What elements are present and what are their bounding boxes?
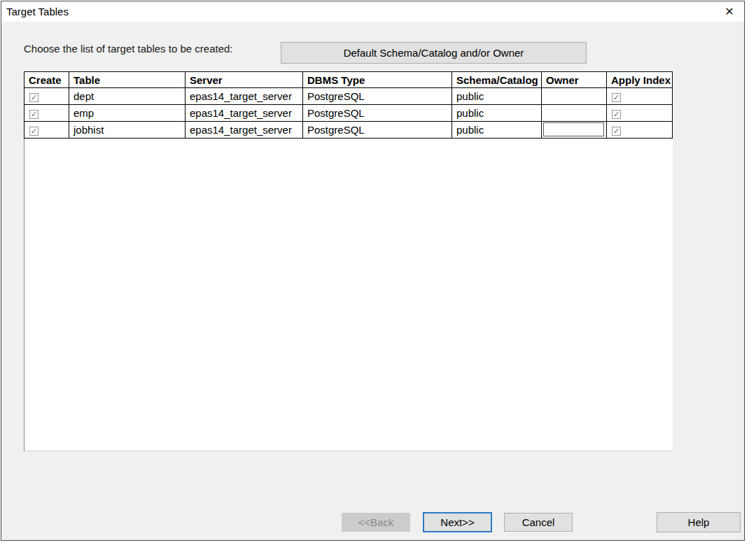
check-icon: ✓ xyxy=(613,109,620,120)
column-header-server: Server xyxy=(186,72,303,88)
schema-catalog-cell[interactable]: public xyxy=(452,88,542,105)
apply-index-checkbox-checked[interactable]: ✓ xyxy=(612,110,621,119)
back-button[interactable]: <<Back xyxy=(342,513,410,532)
create-checkbox-checked[interactable]: ✓ xyxy=(29,110,38,119)
dbms-type-cell[interactable]: PostgreSQL xyxy=(303,122,452,139)
apply-index-checkbox-cell[interactable]: ✓ xyxy=(607,105,673,122)
titlebar: Target Tables ✕ xyxy=(1,1,744,22)
column-header-dbms-type: DBMS Type xyxy=(303,72,452,88)
owner-cell[interactable] xyxy=(542,88,607,105)
target-tables-grid: Create Table Server DBMS Type Schema/Cat… xyxy=(24,71,673,139)
apply-index-checkbox-checked[interactable]: ✓ xyxy=(612,93,621,102)
check-icon: ✓ xyxy=(613,126,620,136)
check-icon: ✓ xyxy=(31,126,37,136)
owner-editor-input[interactable] xyxy=(543,122,604,136)
cancel-button[interactable]: Cancel xyxy=(504,513,573,532)
server-cell[interactable]: epas14_target_server xyxy=(186,122,303,139)
dbms-type-cell[interactable]: PostgreSQL xyxy=(303,105,452,122)
close-icon[interactable]: ✕ xyxy=(720,3,738,21)
apply-index-checkbox-checked[interactable]: ✓ xyxy=(612,127,621,136)
dbms-type-cell[interactable]: PostgreSQL xyxy=(303,88,452,105)
next-button[interactable]: Next>> xyxy=(423,512,492,532)
apply-index-checkbox-cell[interactable]: ✓ xyxy=(607,88,673,105)
check-icon: ✓ xyxy=(31,92,37,103)
table-name-cell[interactable]: jobhist xyxy=(69,122,186,139)
table-row-jobhist: ✓ jobhist epas14_target_server PostgreSQ… xyxy=(24,122,673,139)
create-checkbox-checked[interactable]: ✓ xyxy=(29,127,38,136)
schema-catalog-cell[interactable]: public xyxy=(452,122,542,139)
server-cell[interactable]: epas14_target_server xyxy=(186,88,303,105)
server-cell[interactable]: epas14_target_server xyxy=(186,105,303,122)
owner-cell[interactable] xyxy=(542,105,607,122)
column-header-apply-index: Apply Index xyxy=(607,72,673,88)
table-name-cell[interactable]: dept xyxy=(69,88,186,105)
target-tables-dialog: Target Tables ✕ Choose the list of targe… xyxy=(1,1,745,541)
help-button[interactable]: Help xyxy=(657,512,741,532)
check-icon: ✓ xyxy=(31,109,37,120)
table-row-emp: ✓ emp epas14_target_server PostgreSQL pu… xyxy=(24,105,673,122)
default-schema-owner-button[interactable]: Default Schema/Catalog and/or Owner xyxy=(281,42,587,64)
create-checkbox-checked[interactable]: ✓ xyxy=(29,93,38,102)
instruction-label: Choose the list of target tables to be c… xyxy=(24,43,233,55)
owner-cell-editing[interactable] xyxy=(542,122,607,139)
dialog-title: Target Tables xyxy=(6,1,69,22)
grid-header-row: Create Table Server DBMS Type Schema/Cat… xyxy=(24,72,673,88)
target-tables-grid-panel: Create Table Server DBMS Type Schema/Cat… xyxy=(24,71,673,451)
schema-catalog-cell[interactable]: public xyxy=(452,105,542,122)
table-row-dept: ✓ dept epas14_target_server PostgreSQL p… xyxy=(24,88,673,105)
create-checkbox-cell[interactable]: ✓ xyxy=(24,88,69,105)
table-name-cell[interactable]: emp xyxy=(69,105,186,122)
check-icon: ✓ xyxy=(613,92,620,103)
column-header-create: Create xyxy=(24,72,69,88)
column-header-table: Table xyxy=(69,72,186,88)
apply-index-checkbox-cell[interactable]: ✓ xyxy=(607,122,673,139)
create-checkbox-cell[interactable]: ✓ xyxy=(24,122,69,139)
create-checkbox-cell[interactable]: ✓ xyxy=(24,105,69,122)
column-header-owner: Owner xyxy=(542,72,607,88)
column-header-schema-catalog: Schema/Catalog xyxy=(452,72,542,88)
